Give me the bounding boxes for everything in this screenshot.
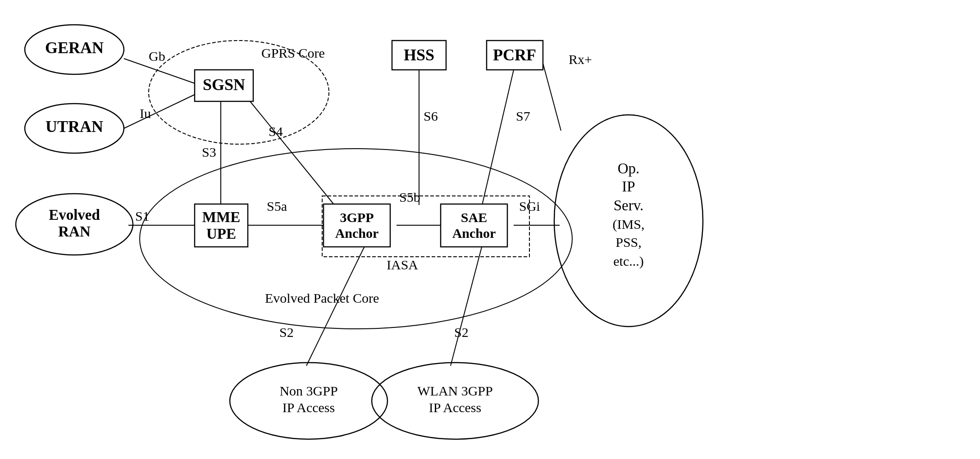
utran-label: UTRAN — [46, 118, 103, 136]
sgi-label: SGi — [519, 199, 540, 214]
svg-line-13 — [541, 55, 561, 131]
gprs-core-label: GPRS Core — [261, 45, 325, 60]
wlan-3gpp-label2: IP Access — [429, 400, 481, 415]
gb-label: Gb — [149, 49, 165, 64]
architecture-diagram: GERAN UTRAN Evolved RAN SGSN MME UPE 3GP… — [0, 0, 980, 459]
op-ip-label5: PSS, — [615, 235, 642, 250]
sae-anchor-label2: Anchor — [452, 226, 496, 241]
svg-line-14 — [306, 245, 365, 366]
svg-line-4 — [124, 95, 195, 128]
non-3gpp-label2: IP Access — [283, 400, 335, 415]
s6-label: S6 — [424, 109, 438, 123]
mme-upe-label1: MME — [202, 209, 240, 225]
sgsn-label: SGSN — [203, 76, 245, 94]
op-ip-label1: Op. — [618, 160, 640, 177]
s5b-label: S5b — [399, 190, 420, 205]
svg-line-15 — [451, 245, 482, 366]
s7-label: S7 — [516, 109, 530, 123]
diagram-svg: GERAN UTRAN Evolved RAN SGSN MME UPE 3GP… — [0, 0, 980, 459]
geran-label: GERAN — [45, 39, 104, 57]
sae-anchor-label1: SAE — [461, 210, 487, 225]
hss-label: HSS — [404, 46, 434, 64]
evolved-ran-label2: RAN — [58, 223, 91, 240]
op-ip-label4: (IMS, — [613, 217, 645, 232]
s5a-label: S5a — [267, 199, 287, 214]
s3-label: S3 — [202, 145, 216, 159]
mme-upe-label2: UPE — [206, 226, 236, 242]
op-ip-label2: IP — [622, 178, 635, 195]
wlan-3gpp-label1: WLAN 3GPP — [417, 383, 493, 398]
svg-line-7 — [250, 101, 334, 205]
op-ip-label6: etc...) — [613, 254, 643, 269]
iu-label: Iu — [140, 106, 151, 121]
s1-label: S1 — [135, 209, 150, 223]
epc-label: Evolved Packet Core — [265, 291, 379, 305]
svg-line-12 — [482, 70, 514, 205]
rx-label: Rx+ — [569, 52, 592, 67]
iasa-label: IASA — [387, 257, 418, 272]
evolved-ran-label: Evolved — [49, 207, 100, 223]
non-3gpp-label1: Non 3GPP — [279, 383, 337, 398]
s2-right-label: S2 — [454, 325, 469, 340]
pcrf-label: PCRF — [493, 46, 536, 64]
op-ip-label3: Serv. — [614, 197, 644, 214]
3gpp-anchor-label1: 3GPP — [340, 210, 374, 225]
s4-label: S4 — [269, 124, 283, 139]
s2-left-label: S2 — [279, 325, 294, 340]
3gpp-anchor-label2: Anchor — [335, 226, 379, 241]
